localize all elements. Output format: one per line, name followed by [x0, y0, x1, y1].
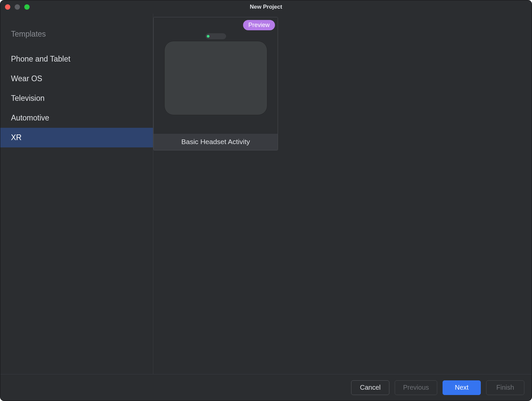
sidebar-header: Templates — [0, 27, 153, 49]
footer: Cancel Previous Next Finish — [0, 374, 532, 401]
template-label: Basic Headset Activity — [154, 134, 278, 150]
status-dot-icon — [207, 35, 209, 38]
cancel-button[interactable]: Cancel — [351, 380, 389, 395]
window-title: New Project — [250, 4, 282, 10]
device-screen-icon — [164, 41, 267, 115]
sidebar: Templates Phone and Tablet Wear OS Telev… — [0, 14, 153, 374]
device-notch-icon — [205, 33, 226, 39]
next-button[interactable]: Next — [443, 380, 481, 395]
minimize-icon[interactable] — [15, 4, 20, 10]
previous-button[interactable]: Previous — [395, 380, 437, 395]
preview-badge: Preview — [243, 20, 275, 30]
template-preview: Preview — [154, 17, 278, 134]
close-icon[interactable] — [5, 4, 10, 10]
sidebar-item-television[interactable]: Television — [0, 89, 153, 108]
sidebar-item-phone-and-tablet[interactable]: Phone and Tablet — [0, 49, 153, 69]
headset-device-icon — [164, 33, 267, 115]
finish-button[interactable]: Finish — [486, 380, 524, 395]
new-project-window: New Project Templates Phone and Tablet W… — [0, 0, 532, 401]
sidebar-item-wear-os[interactable]: Wear OS — [0, 69, 153, 89]
template-gallery: Preview Basic Headset Activity — [153, 14, 532, 374]
sidebar-item-xr[interactable]: XR — [0, 128, 153, 147]
sidebar-item-automotive[interactable]: Automotive — [0, 108, 153, 128]
traffic-lights — [5, 4, 30, 10]
titlebar: New Project — [0, 0, 532, 14]
template-card-basic-headset-activity[interactable]: Preview Basic Headset Activity — [153, 17, 278, 150]
maximize-icon[interactable] — [24, 4, 30, 10]
body: Templates Phone and Tablet Wear OS Telev… — [0, 14, 532, 374]
